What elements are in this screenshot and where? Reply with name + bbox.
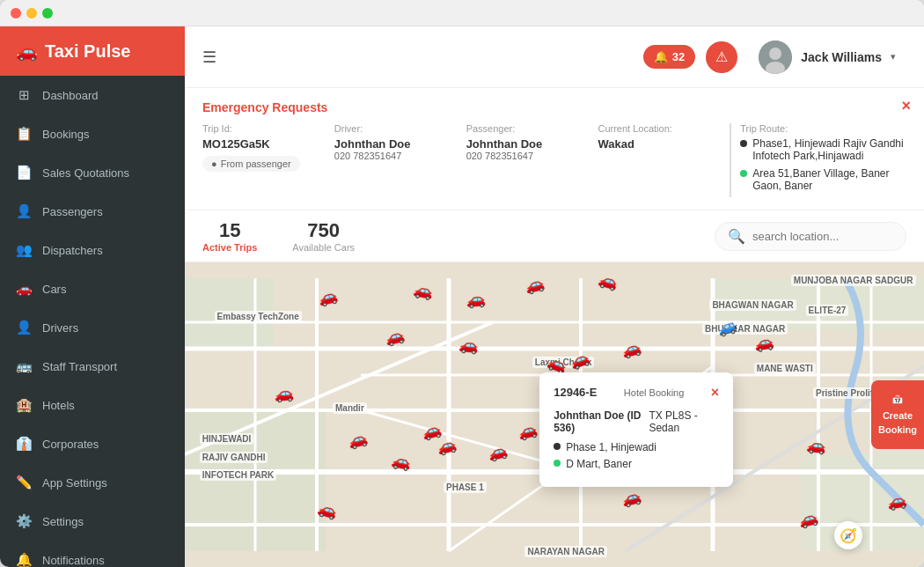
sidebar-item-dashboard[interactable]: ⊞ Dashboard <box>0 76 185 114</box>
sidebar-item-label: Notifications <box>42 554 105 567</box>
passenger-field: Passenger: Johnthan Doe 020 782351647 <box>466 123 584 197</box>
map-stats: 15 Active Trips 750 Available Cars 🔍 <box>185 210 924 262</box>
map-car[interactable]: 🚗 <box>752 331 774 353</box>
app-window: 🚗 Taxi Pulse ⊞ Dashboard 📋 Bookings 📄 Sa… <box>0 0 924 567</box>
popup-to-dot <box>554 460 561 467</box>
sidebar-item-label: Dispatchers <box>42 244 103 257</box>
sidebar-item-settings[interactable]: ⚙️ Settings <box>0 502 185 541</box>
map-container[interactable]: BHAGWAN NAGAR MUNJOBA NAGAR SADGUR ELITE… <box>185 262 924 567</box>
user-name: Jack Williams <box>801 50 882 64</box>
popup-booking-id: 12946-E <box>554 386 597 399</box>
main-content: ☰ 🔔 32 ⚠ <box>185 26 924 567</box>
create-booking-button[interactable]: 📅 CreateBooking <box>871 380 924 449</box>
sidebar-item-label: Dashboard <box>42 89 99 102</box>
map-label-embassy: Embassy TechZone <box>215 311 302 322</box>
route-field: Trip Route: Phase1, Hinjewadi Rajiv Gand… <box>730 123 906 197</box>
corporates-icon: 👔 <box>16 436 32 452</box>
sidebar-item-label: Settings <box>42 515 84 528</box>
close-dot[interactable] <box>11 8 21 18</box>
cars-icon: 🚗 <box>16 281 32 297</box>
maximize-dot[interactable] <box>42 8 53 18</box>
sidebar-item-label: Hotels <box>42 399 75 412</box>
sidebar-item-sales[interactable]: 📄 Sales Quotations <box>0 153 185 192</box>
route-label: Trip Route: <box>740 123 906 134</box>
available-cars-stat: 750 Available Cars <box>292 219 355 253</box>
search-input[interactable] <box>752 230 893 243</box>
sidebar-item-label: Cars <box>42 283 66 296</box>
minimize-dot[interactable] <box>26 8 37 18</box>
alert-icon: ⚠ <box>715 48 728 65</box>
map-car[interactable]: 🚗 <box>885 490 907 512</box>
user-menu-chevron: ▾ <box>891 51 896 63</box>
map-label-munjoba: MUNJOBA NAGAR <box>791 275 876 286</box>
sidebar-item-drivers[interactable]: 👤 Drivers <box>0 308 185 347</box>
emergency-grid: Trip Id: MO125Ga5K ● From passenger Driv… <box>202 123 906 197</box>
avatar-img <box>759 40 792 74</box>
settings-icon: ⚙️ <box>16 513 32 529</box>
sidebar-item-passengers[interactable]: 👤 Passengers <box>0 192 185 231</box>
sidebar-item-staff[interactable]: 🚌 Staff Transport <box>0 347 185 386</box>
sidebar-logo: 🚗 Taxi Pulse <box>0 26 185 76</box>
driver-label: Driver: <box>334 123 452 134</box>
map-car[interactable]: 🚗 <box>273 383 294 404</box>
close-emergency-button[interactable]: × <box>901 97 911 115</box>
notification-button[interactable]: 🔔 32 <box>643 45 695 69</box>
map-car[interactable]: 🚗 <box>465 289 486 310</box>
map-car[interactable]: 🚗 <box>413 279 435 301</box>
emergency-alert-button[interactable]: ⚠ <box>706 41 737 73</box>
compass-icon: 🧭 <box>840 527 857 544</box>
create-booking-icon: 📅 <box>891 393 904 406</box>
appsettings-icon: ✏️ <box>16 475 32 490</box>
passenger-phone: 020 782351647 <box>466 151 584 161</box>
sidebar-item-label: Drivers <box>42 321 78 335</box>
location-field: Current Location: Wakad <box>598 123 715 197</box>
map-label-phase1: PHASE 1 <box>444 482 487 493</box>
map-label-narayan: NARAYAN NAGAR <box>524 546 607 557</box>
map-label-bhumkar: BHUMKAR NAGAR <box>702 323 788 335</box>
popup-info-row: Johnthan Doe (ID 536) TX PL8S - Sedan <box>554 409 719 434</box>
location-label: Current Location: <box>598 123 715 134</box>
available-cars-number: 750 <box>292 219 355 242</box>
route-from: Phase1, Hinjewadi Rajiv Gandhi Infotech … <box>740 137 906 162</box>
dispatchers-icon: 👥 <box>16 242 32 258</box>
active-trips-number: 15 <box>202 219 257 242</box>
svg-point-1 <box>769 48 781 60</box>
sidebar-item-hotels[interactable]: 🏨 Hotels <box>0 386 185 424</box>
sales-icon: 📄 <box>16 165 32 180</box>
popup-route-from: Phase 1, Hinjewadi <box>554 441 719 453</box>
sidebar-item-label: Passengers <box>42 205 103 218</box>
dashboard-icon: ⊞ <box>16 87 32 103</box>
staff-icon: 🚌 <box>16 358 32 374</box>
sidebar-item-bookings[interactable]: 📋 Bookings <box>0 114 185 153</box>
sidebar-item-corporates[interactable]: 👔 Corporates <box>0 424 185 463</box>
menu-toggle-icon[interactable]: ☰ <box>202 48 216 67</box>
drivers-icon: 👤 <box>16 320 32 335</box>
sidebar-item-cars[interactable]: 🚗 Cars <box>0 269 185 308</box>
popup-route: Phase 1, Hinjewadi D Mart, Baner <box>554 441 719 470</box>
sidebar-item-appsettings[interactable]: ✏️ App Settings <box>0 463 185 502</box>
passenger-name: Johnthan Doe <box>466 137 584 151</box>
sidebar-item-label: Corporates <box>42 438 99 451</box>
popup-close-button[interactable]: × <box>711 385 719 401</box>
trip-id-label: Trip Id: <box>202 123 320 134</box>
map-car[interactable]: 🚗 <box>390 450 412 472</box>
sidebar-item-notifications[interactable]: 🔔 Notifications <box>0 541 185 567</box>
sidebar-item-label: Sales Quotations <box>42 166 129 180</box>
driver-name: Johnthan Doe <box>334 137 452 151</box>
logo-text: Taxi Pulse <box>45 41 130 62</box>
active-trips-stat: 15 Active Trips <box>202 219 257 253</box>
map-car[interactable]: 🚗 <box>458 335 479 356</box>
sidebar-item-label: App Settings <box>42 476 107 490</box>
avatar <box>759 40 792 74</box>
popup-route-to: D Mart, Baner <box>554 458 719 470</box>
user-profile[interactable]: Jack Williams ▾ <box>748 35 906 79</box>
sidebar-item-label: Staff Transport <box>42 360 117 373</box>
bookings-icon: 📋 <box>16 126 32 142</box>
route-to: Area 51,Baner Village, Baner Gaon, Baner <box>740 167 906 192</box>
map-label-mandir: Mandir <box>333 402 367 414</box>
compass-button[interactable]: 🧭 <box>834 521 862 549</box>
map-car[interactable]: 🚗 <box>805 435 826 456</box>
sidebar-item-dispatchers[interactable]: 👥 Dispatchers <box>0 231 185 269</box>
emergency-title: Emergency Requests <box>202 100 906 114</box>
location-search[interactable]: 🔍 <box>715 222 906 251</box>
